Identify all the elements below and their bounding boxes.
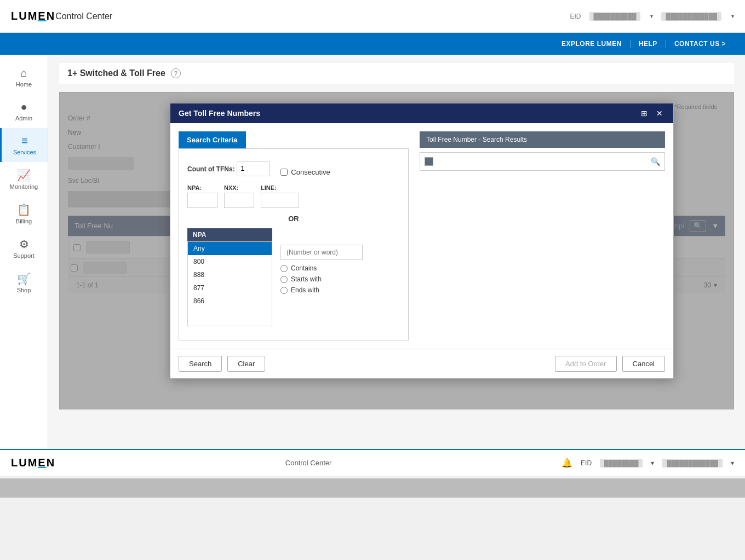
services-icon: ≡: [21, 135, 28, 147]
notification-bell-icon[interactable]: 🔔: [561, 458, 572, 468]
search-criteria-tab[interactable]: Search Criteria: [179, 131, 246, 148]
sidebar-admin-label: Admin: [15, 115, 32, 122]
count-row: Count of TFNs: Consecutive: [187, 157, 400, 176]
radio-starts-with-input[interactable]: [280, 276, 288, 283]
footer-right: 🔔 EID ████████ ▾ ████████████ ▾: [561, 458, 734, 468]
monitoring-icon: 📈: [17, 169, 31, 182]
account-value: ████████████: [661, 12, 721, 21]
eid-value: ██████████: [589, 12, 641, 21]
eid-label: EID: [570, 13, 581, 20]
npa-option-any[interactable]: Any: [188, 242, 272, 255]
radio-contains-label: Contains: [291, 264, 317, 272]
modal-header: Get Toll Free Numbers ⊞ ✕: [170, 103, 673, 123]
footer-left-buttons: Search Clear: [179, 356, 265, 372]
sidebar-item-admin[interactable]: ● Admin: [0, 94, 48, 128]
results-header: Toll Free Number - Search Results: [420, 131, 665, 148]
pattern-section: Contains Starts with Ends: [280, 245, 400, 326]
modal-header-actions: ⊞ ✕: [639, 109, 665, 118]
modal-close-button[interactable]: ✕: [654, 109, 665, 118]
shop-icon: 🛒: [17, 272, 31, 285]
count-tfns-input[interactable]: [237, 161, 270, 176]
nxx-input[interactable]: [224, 193, 254, 208]
nav-contact[interactable]: CONTACT US >: [666, 40, 734, 48]
search-button[interactable]: Search: [179, 356, 222, 372]
account-dropdown-icon[interactable]: ▾: [731, 13, 734, 19]
footer-eid-arrow[interactable]: ▾: [651, 459, 654, 467]
nav-help[interactable]: HELP: [631, 40, 666, 48]
sidebar-item-services[interactable]: ≡ Services: [0, 128, 48, 162]
sidebar-services-label: Services: [13, 149, 36, 155]
sidebar-item-shop[interactable]: 🛒 Shop: [0, 265, 48, 300]
footer-account-arrow[interactable]: ▾: [731, 459, 734, 467]
header-right: EID ██████████ ▾ ████████████ ▾: [570, 12, 734, 21]
sidebar-item-monitoring[interactable]: 📈 Monitoring: [0, 162, 48, 197]
nav-explore[interactable]: EXPLORE LUMEN: [553, 40, 631, 48]
npa-option-877[interactable]: 877: [188, 281, 272, 295]
consecutive-row: Consecutive: [280, 168, 330, 176]
results-search-input[interactable]: [436, 155, 648, 168]
consecutive-checkbox[interactable]: [280, 169, 288, 176]
billing-icon: 📋: [17, 203, 31, 216]
sidebar-item-support[interactable]: ⚙ Support: [0, 231, 48, 265]
sidebar-support-label: Support: [13, 252, 35, 259]
footer-gray-bar: [0, 478, 745, 498]
search-criteria-panel: Search Criteria Count of TFNs:: [179, 131, 409, 340]
results-search-row: 🔍: [420, 152, 665, 171]
sidebar-monitoring-label: Monitoring: [10, 183, 38, 190]
modal-get-toll-free: Get Toll Free Numbers ⊞ ✕ Search Criteri…: [170, 103, 674, 379]
help-icon[interactable]: ?: [171, 68, 181, 78]
footer-eid-value: ████████: [600, 459, 643, 467]
npa-option-888[interactable]: 888: [188, 268, 272, 281]
top-header: LUMEN Control Center EID ██████████ ▾ ██…: [0, 0, 745, 33]
sidebar: ⌂ Home ● Admin ≡ Services 📈 Monitoring 📋…: [0, 55, 48, 449]
or-divider: OR: [187, 215, 400, 223]
npa-option-866[interactable]: 866: [188, 295, 272, 308]
cancel-button[interactable]: Cancel: [622, 356, 665, 372]
npa-dropdown-header: NPA: [187, 228, 272, 241]
footer-eid-label: EID: [581, 459, 592, 467]
header-app-title: Control Center: [55, 11, 570, 21]
sidebar-item-home[interactable]: ⌂ Home: [0, 60, 48, 94]
clear-button[interactable]: Clear: [227, 356, 265, 372]
npa-dropdown-list[interactable]: Any 800 888 877 866: [187, 241, 272, 326]
pattern-radio-group: Contains Starts with Ends: [280, 264, 400, 294]
line-input[interactable]: [261, 193, 299, 208]
eid-dropdown-icon[interactable]: ▾: [650, 13, 653, 19]
sidebar-billing-label: Billing: [16, 218, 32, 224]
page-header: 1+ Switched & Toll Free ?: [59, 63, 734, 84]
header-logo: LUMEN: [11, 10, 55, 22]
add-to-order-button[interactable]: Add to Order: [555, 356, 616, 372]
footer-app-title: Control Center: [285, 459, 332, 467]
radio-starts-with[interactable]: Starts with: [280, 275, 400, 283]
sidebar-home-label: Home: [16, 81, 32, 88]
footer-logo: LUMEN: [11, 457, 55, 469]
modal-expand-button[interactable]: ⊞: [639, 109, 650, 118]
main-layout: ⌂ Home ● Admin ≡ Services 📈 Monitoring 📋…: [0, 55, 745, 449]
npa-nxx-line-row: NPA: NXX: LINE:: [187, 184, 400, 208]
results-search-icon[interactable]: 🔍: [651, 157, 660, 166]
consecutive-label: Consecutive: [291, 168, 330, 176]
modal-title: Get Toll Free Numbers: [179, 109, 260, 118]
radio-contains[interactable]: Contains: [280, 264, 400, 272]
content-area: 1+ Switched & Toll Free ? *Required fiel…: [48, 55, 745, 449]
radio-ends-with-input[interactable]: [280, 287, 288, 294]
pattern-input[interactable]: [280, 245, 363, 260]
radio-ends-with[interactable]: Ends with: [280, 286, 400, 294]
results-select-all-checkbox[interactable]: [425, 157, 433, 166]
search-results-panel: Toll Free Number - Search Results 🔍: [420, 131, 665, 340]
home-icon: ⌂: [20, 67, 27, 79]
modal-footer: Search Clear Add to Order Cancel: [170, 349, 673, 378]
npa-option-800[interactable]: 800: [188, 255, 272, 268]
npa-dropdown-container: NPA Any 800 888 877 866: [187, 228, 272, 326]
admin-icon: ●: [20, 101, 27, 113]
dropdown-section: NPA Any 800 888 877 866: [187, 228, 400, 326]
support-icon: ⚙: [19, 238, 29, 251]
sidebar-item-billing[interactable]: 📋 Billing: [0, 197, 48, 231]
page-title: 1+ Switched & Toll Free: [67, 68, 165, 78]
count-label: Count of TFNs:: [187, 165, 235, 172]
footer-account-value: ████████████: [662, 459, 723, 467]
npa-input[interactable]: [187, 193, 217, 208]
radio-starts-with-label: Starts with: [291, 275, 322, 283]
radio-contains-input[interactable]: [280, 265, 288, 272]
npa-label: NPA:: [187, 184, 217, 191]
